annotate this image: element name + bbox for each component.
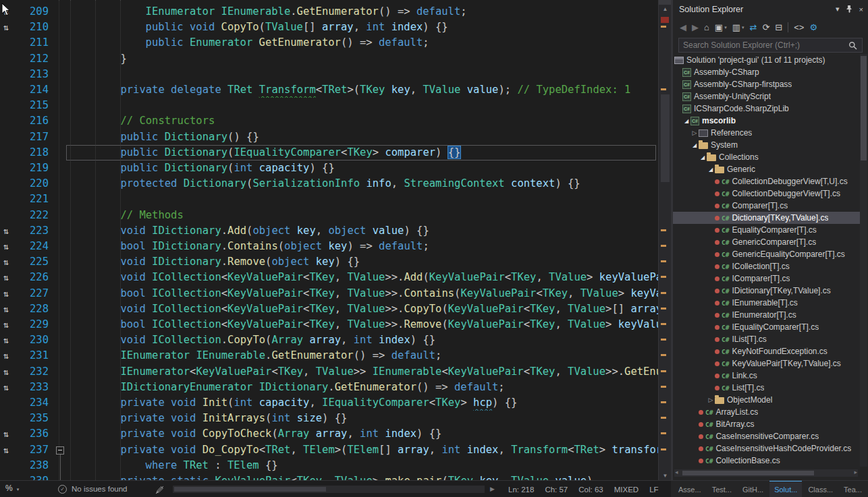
code-line[interactable]: 221 xyxy=(0,192,658,207)
line-number[interactable]: 212 xyxy=(15,51,49,67)
implements-arrows-icon[interactable]: ⇅ xyxy=(3,223,9,239)
scroll-up-icon[interactable]: ▲ xyxy=(659,6,671,12)
code-line[interactable]: 220protected Dictionary(SerializationInf… xyxy=(0,176,658,192)
line-number[interactable]: 221 xyxy=(15,192,49,207)
tree-item[interactable]: ◢Collections xyxy=(673,151,860,163)
tree-item[interactable]: ◢Generic xyxy=(673,163,860,175)
tree-horizontal-scrollbar[interactable]: ◂ ▸ xyxy=(674,469,858,477)
line-number[interactable]: 217 xyxy=(15,129,49,145)
window-position-icon[interactable]: ▾ xyxy=(836,5,840,13)
line-number[interactable]: 234 xyxy=(15,395,49,411)
tree-item[interactable]: ▷References xyxy=(673,127,860,139)
implements-arrows-icon[interactable]: ⇅ xyxy=(3,332,9,348)
code-line[interactable]: 212} xyxy=(0,51,658,67)
collapse-icon[interactable]: ◢ xyxy=(690,142,699,148)
properties-icon[interactable]: ⚙ xyxy=(809,23,817,32)
tree-item[interactable]: C#Dictionary[TKey,TValue].cs xyxy=(673,212,860,224)
tree-item[interactable]: C#ICSharpCode.SharpZipLib xyxy=(673,103,860,115)
scrollbar-thumb[interactable] xyxy=(661,94,670,182)
tree-item[interactable]: C#IEnumerable[T].cs xyxy=(673,297,860,309)
home-icon[interactable]: ⌂ xyxy=(704,23,709,32)
line-number[interactable]: 210 xyxy=(15,20,49,35)
pending-changes-filter-icon[interactable]: ▥▾ xyxy=(732,23,744,32)
scroll-down-icon[interactable]: ▼ xyxy=(659,473,671,479)
code-line[interactable]: 218public Dictionary(IEqualityComparer<T… xyxy=(0,145,658,160)
zoom-control[interactable]: %▾ xyxy=(5,484,19,493)
tree-item[interactable]: C#Assembly-UnityScript xyxy=(673,90,860,103)
tree-item[interactable]: C#CollectionDebuggerView[T].cs xyxy=(673,187,860,200)
code-line[interactable]: 216// Constructors xyxy=(0,113,658,129)
scroll-right-icon[interactable]: ▸ xyxy=(854,469,857,475)
tree-item[interactable]: C#IDictionary[TKey,TValue].cs xyxy=(673,285,860,297)
scrollbar-thumb[interactable] xyxy=(174,487,326,492)
code-line[interactable]: ⇅210public void CopyTo(TValue[] array, i… xyxy=(0,20,658,35)
code-line[interactable]: ⇅233IDictionaryEnumerator IDictionary.Ge… xyxy=(0,380,658,395)
scroll-right-icon[interactable]: ▶ xyxy=(490,486,495,492)
code-line[interactable]: 214private delegate TRet Transform<TRet>… xyxy=(0,82,658,98)
tree-item[interactable]: C#Assembly-CSharp-firstpass xyxy=(673,78,860,90)
line-number[interactable]: 223 xyxy=(15,223,49,239)
tree-item[interactable]: C#IList[T].cs xyxy=(673,333,860,345)
tree-item[interactable]: C#GenericComparer[T].cs xyxy=(673,236,860,248)
tree-item[interactable]: C#GenericEqualityComparer[T].cs xyxy=(673,248,860,260)
tool-window-tab[interactable]: GitH... xyxy=(738,481,768,497)
code-line[interactable]: 238where TRet : TElem {} xyxy=(0,458,658,473)
implements-arrows-icon[interactable]: ⇅ xyxy=(3,286,9,301)
implements-arrows-icon[interactable]: ⇅ xyxy=(3,317,9,332)
implements-arrows-icon[interactable]: ⇅ xyxy=(3,20,9,35)
scrollbar-thumb[interactable] xyxy=(861,56,867,160)
tree-item[interactable]: C#CaseInsensitiveComparer.cs xyxy=(673,430,860,442)
tree-item[interactable]: C#IComparer[T].cs xyxy=(673,272,860,285)
line-number[interactable]: 211 xyxy=(15,35,49,51)
code-line[interactable]: 234private void Init(int capacity, IEqua… xyxy=(0,395,658,411)
implements-arrows-icon[interactable]: ⇅ xyxy=(3,270,9,285)
code-line[interactable]: ⇅230void ICollection.CopyTo(Array array,… xyxy=(0,332,658,348)
scrollbar-thumb[interactable] xyxy=(682,471,814,475)
line-number[interactable]: 228 xyxy=(15,301,49,317)
implements-arrows-icon[interactable]: ⇅ xyxy=(3,364,9,380)
document-health-icon[interactable]: ✓ xyxy=(58,485,67,494)
tree-item[interactable]: C#KeyNotFoundException.cs xyxy=(673,345,860,357)
line-number[interactable]: 225 xyxy=(15,254,49,270)
implements-arrows-icon[interactable]: ⇅ xyxy=(3,442,9,458)
code-line[interactable]: ⇅227bool ICollection<KeyValuePair<TKey, … xyxy=(0,286,658,301)
pin-icon[interactable] xyxy=(846,5,853,14)
search-input[interactable] xyxy=(678,38,863,53)
tree-item[interactable]: C#BitArray.cs xyxy=(673,418,860,430)
tool-window-tab[interactable]: Solut... xyxy=(769,481,802,497)
line-number[interactable]: 214 xyxy=(15,82,49,98)
implements-arrows-icon[interactable]: ⇅ xyxy=(3,348,9,363)
tool-window-tab[interactable]: Asse... xyxy=(674,481,706,497)
code-line[interactable]: 235private void InitArrays(int size) {} xyxy=(0,411,658,426)
collapse-icon[interactable]: ◢ xyxy=(707,167,715,173)
line-number[interactable]: 218 xyxy=(15,145,49,160)
line-number[interactable]: 213 xyxy=(15,67,49,82)
tree-item[interactable]: C#EqualityComparer[T].cs xyxy=(673,224,860,236)
tool-window-tab[interactable]: Class... xyxy=(803,481,838,497)
line-number[interactable]: 209 xyxy=(15,4,49,20)
sync-with-active-document-icon[interactable]: ⇄ xyxy=(749,23,757,32)
splitter-grip-icon[interactable] xyxy=(659,0,671,5)
tree-item[interactable]: C#CollectionBase.cs xyxy=(673,455,860,467)
line-number[interactable]: 216 xyxy=(15,113,49,129)
tree-item[interactable]: C#KeyValuePair[TKey,TValue].cs xyxy=(673,357,860,370)
tool-window-tab[interactable]: Test... xyxy=(707,481,736,497)
line-number[interactable]: 222 xyxy=(15,208,49,223)
line-number[interactable]: 224 xyxy=(15,239,49,254)
tree-item[interactable]: C#IEnumerator[T].cs xyxy=(673,309,860,321)
tree-item[interactable]: C#Comparer[T].cs xyxy=(673,200,860,212)
tree-item[interactable]: C#Assembly-CSharp xyxy=(673,66,860,78)
line-number[interactable]: 236 xyxy=(15,426,49,442)
code-line[interactable]: ⇅236private void CopyToCheck(Array array… xyxy=(0,426,658,442)
implements-arrows-icon[interactable]: ⇅ xyxy=(3,380,9,395)
scroll-left-icon[interactable]: ◂ xyxy=(675,469,678,475)
implements-arrows-icon[interactable]: ⇅ xyxy=(3,301,9,317)
tree-item[interactable]: C#ICollection[T].cs xyxy=(673,260,860,272)
code-editor[interactable]: ⇅209IEnumerator IEnumerable.GetEnumerato… xyxy=(0,0,671,480)
switch-views-icon[interactable]: ▣▾ xyxy=(715,23,727,32)
tree-item[interactable]: ▷ObjectModel xyxy=(673,394,860,406)
code-line[interactable]: ⇅229bool ICollection<KeyValuePair<TKey, … xyxy=(0,317,658,332)
editor-vertical-scrollbar[interactable]: ▲ ▼ xyxy=(658,0,671,480)
code-line[interactable]: 222// Methods xyxy=(0,208,658,223)
tree-item[interactable]: C#CaseInsensitiveHashCodeProvider.cs xyxy=(673,442,860,455)
